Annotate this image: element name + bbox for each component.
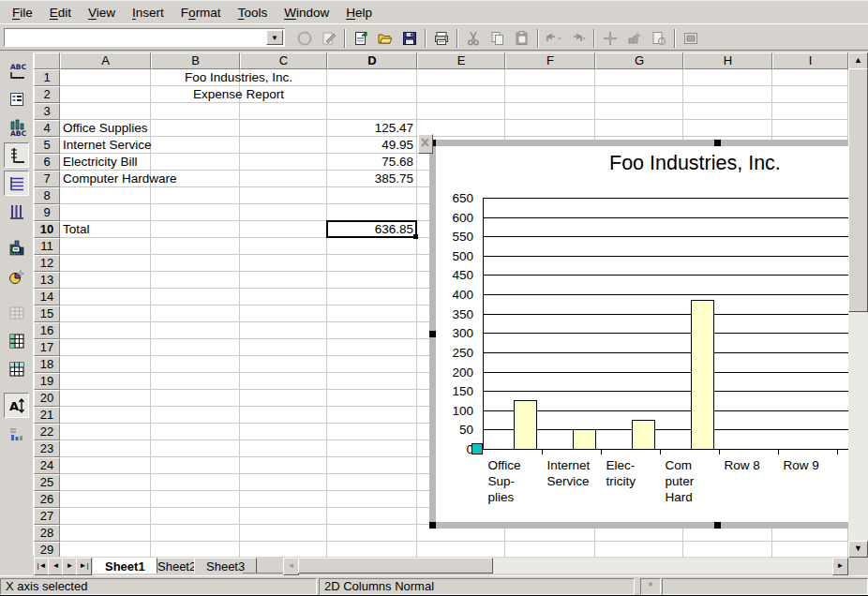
- embedded-chart[interactable]: Foo Industries, Inc.05010015020025030035…: [429, 140, 848, 529]
- cell-B2[interactable]: Expense Report: [154, 86, 323, 103]
- row-header-12[interactable]: 12: [34, 255, 60, 272]
- chart-vertical-grid-on-off-button[interactable]: [4, 199, 29, 224]
- insert-frame-button[interactable]: [680, 28, 702, 49]
- row-header-20[interactable]: 20: [34, 390, 60, 407]
- column-header-C[interactable]: C: [240, 52, 327, 69]
- cell-B1[interactable]: Foo Industries, Inc.: [154, 69, 323, 86]
- selected-cell-border[interactable]: [326, 220, 417, 238]
- row-header-4[interactable]: 4: [34, 120, 60, 137]
- cell-A6[interactable]: Electricity Bill: [63, 154, 147, 171]
- y-axis-line[interactable]: [483, 198, 484, 450]
- row-header-24[interactable]: 24: [34, 457, 60, 474]
- navigator-button[interactable]: [599, 28, 621, 49]
- row-header-27[interactable]: 27: [34, 508, 60, 525]
- chart-selection-handle[interactable]: [429, 331, 436, 337]
- column-header-G[interactable]: G: [595, 52, 683, 69]
- chart-axes-titles-on-off-button[interactable]: ABC: [4, 114, 29, 140]
- chart-axes-descriptions-on-off-button[interactable]: [4, 142, 29, 168]
- scroll-down-button[interactable]: ▼: [848, 541, 868, 558]
- row-header-5[interactable]: 5: [34, 137, 60, 154]
- chart-bar-internet-service[interactable]: [573, 429, 596, 450]
- chart-selection-handle[interactable]: [714, 522, 721, 529]
- menu-view[interactable]: View: [80, 4, 124, 22]
- hscroll-right-button[interactable]: ►: [832, 558, 848, 575]
- row-header-22[interactable]: 22: [34, 424, 60, 440]
- chart-selection-handle[interactable]: [714, 140, 721, 146]
- row-header-1[interactable]: 1: [34, 69, 60, 86]
- hscroll-thumb[interactable]: [298, 558, 493, 574]
- menu-window[interactable]: Window: [276, 4, 337, 22]
- column-header-F[interactable]: F: [505, 52, 595, 69]
- combobox-dropdown-icon[interactable]: ▼: [266, 30, 283, 45]
- row-header-17[interactable]: 17: [34, 339, 60, 356]
- print-button[interactable]: [430, 28, 453, 49]
- row-header-21[interactable]: 21: [34, 407, 60, 424]
- menu-format[interactable]: Format: [172, 4, 230, 22]
- row-header-7[interactable]: 7: [34, 171, 60, 187]
- edit-document-button[interactable]: [318, 28, 340, 49]
- menu-insert[interactable]: Insert: [124, 4, 172, 22]
- chart-bar-office-supplies[interactable]: [514, 400, 537, 450]
- chart-bar-computer-hardware[interactable]: [691, 300, 714, 450]
- row-header-3[interactable]: 3: [34, 103, 60, 120]
- sheet-nav-last-button[interactable]: ►|: [76, 558, 92, 575]
- redo-button[interactable]: [567, 28, 590, 49]
- column-header-E[interactable]: E: [417, 52, 505, 69]
- row-header-28[interactable]: 28: [34, 525, 60, 542]
- new-document-button[interactable]: [350, 28, 372, 49]
- chart-data-table-button[interactable]: [4, 300, 29, 325]
- paste-button[interactable]: [511, 28, 533, 49]
- copy-button[interactable]: [486, 28, 509, 49]
- column-header-D[interactable]: D: [327, 52, 417, 69]
- vertical-scrollbar[interactable]: ▲▼: [848, 52, 868, 557]
- row-header-25[interactable]: 25: [34, 474, 60, 491]
- menu-tools[interactable]: Tools: [230, 4, 277, 22]
- chart-data-in-rows-button[interactable]: [4, 328, 29, 353]
- undo-button[interactable]: [543, 28, 565, 49]
- row-header-13[interactable]: 13: [34, 272, 60, 289]
- row-header-11[interactable]: 11: [34, 238, 60, 255]
- row-header-9[interactable]: 9: [34, 204, 60, 221]
- row-header-15[interactable]: 15: [34, 305, 60, 322]
- stop-button[interactable]: [293, 28, 316, 49]
- row-header-26[interactable]: 26: [34, 491, 60, 508]
- cut-button[interactable]: [462, 28, 485, 49]
- cell-A7[interactable]: Computer Hardware: [63, 171, 147, 187]
- x-axis-selected-handle[interactable]: [471, 443, 483, 454]
- url-combobox[interactable]: ▼: [4, 28, 285, 47]
- x-axis-line[interactable]: [483, 449, 848, 450]
- row-header-6[interactable]: 6: [34, 154, 60, 171]
- chart-bar-electricity[interactable]: [632, 420, 655, 450]
- scroll-up-button[interactable]: ▲: [848, 52, 868, 69]
- row-header-19[interactable]: 19: [34, 373, 60, 390]
- cell-A10[interactable]: Total: [63, 221, 147, 238]
- column-header-B[interactable]: B: [151, 52, 240, 69]
- sheet-tab-sheet1[interactable]: Sheet1: [93, 558, 157, 574]
- url-combobox-field[interactable]: [6, 30, 268, 45]
- gallery-button[interactable]: [623, 28, 646, 49]
- row-header-23[interactable]: 23: [34, 440, 60, 457]
- row-header-10[interactable]: 10: [34, 221, 60, 238]
- column-header-I[interactable]: I: [772, 52, 848, 69]
- chart-data-in-columns-button[interactable]: [4, 356, 29, 381]
- row-header-18[interactable]: 18: [34, 356, 60, 373]
- row-header-16[interactable]: 16: [34, 322, 60, 339]
- cell-D6[interactable]: 75.68: [330, 154, 413, 171]
- chart-edit-type-button[interactable]: [4, 235, 29, 261]
- menu-edit[interactable]: Edit: [41, 4, 80, 22]
- chart-selection-handle[interactable]: [429, 522, 436, 529]
- chart-anchor-button[interactable]: [418, 134, 433, 154]
- grid-corner-box[interactable]: [34, 52, 60, 69]
- row-header-29[interactable]: 29: [34, 542, 60, 557]
- chart-title[interactable]: Foo Industries, Inc.: [609, 152, 781, 175]
- cell-A5[interactable]: Internet Service: [63, 137, 147, 154]
- vscroll-thumb[interactable]: [848, 68, 868, 312]
- chart-legend-on-off-button[interactable]: [4, 86, 29, 112]
- row-header-2[interactable]: 2: [34, 86, 60, 103]
- cell-D4[interactable]: 125.47: [330, 120, 413, 137]
- sheet-tab-sheet3[interactable]: Sheet3: [194, 558, 257, 574]
- cell-A4[interactable]: Office Supplies: [63, 120, 147, 137]
- chart-horizontal-grid-on-off-button[interactable]: [4, 171, 29, 196]
- row-header-8[interactable]: 8: [34, 187, 60, 204]
- chart-reorganize-button[interactable]: [4, 421, 29, 446]
